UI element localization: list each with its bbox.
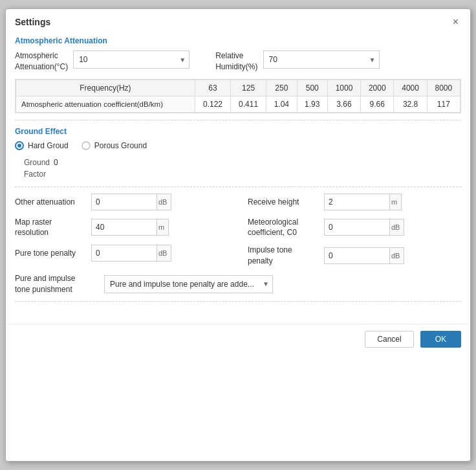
divider-1 (15, 120, 461, 120)
ground-factor-container: Ground Factor 0 (24, 157, 461, 180)
other-attenuation-label: Other attenuation (15, 197, 86, 207)
porous-ground-radio[interactable] (81, 141, 91, 150)
receive-height-unit: m (389, 194, 401, 210)
table-cell-2000: 9.66 (361, 96, 394, 112)
row-1: Other attenuation dB Receive height m (15, 194, 461, 210)
other-attenuation-unit: dB (157, 194, 171, 210)
humidity-select[interactable]: 70 (263, 50, 380, 69)
receive-height-input[interactable] (325, 194, 389, 210)
ground-label: Ground (24, 157, 50, 168)
map-raster-input-wrapper: m (91, 219, 169, 236)
receive-height-field: Receive height m (248, 194, 461, 210)
humidity-select-wrapper: 70 ▼ (263, 50, 380, 69)
receive-height-input-wrapper: m (324, 194, 402, 210)
hard-ground-radio-item[interactable]: Hard Groud (15, 141, 69, 150)
porous-ground-radio-item[interactable]: Porous Ground (81, 141, 147, 150)
atm-label: Atmospheric Attenuation(°C) (15, 50, 68, 73)
table-header-4000: 4000 (394, 80, 427, 96)
receive-height-label: Receive height (248, 197, 319, 207)
divider-3 (15, 301, 461, 302)
row-4: Pure and impulse tone punishment Pure an… (15, 273, 461, 295)
table-header-125: 125 (231, 80, 266, 96)
table-cell-4000: 32.8 (394, 96, 427, 112)
atm-select-wrapper: 10 ▼ (73, 50, 189, 69)
pure-tone-unit: dB (157, 245, 171, 261)
table-cell-250: 1.04 (266, 96, 297, 112)
other-attenuation-input-wrapper: dB (91, 194, 171, 210)
ok-button[interactable]: OK (420, 331, 461, 348)
pure-tone-label: Pure tone penalty (15, 249, 86, 258)
atmospheric-attenuation-title: Atmospheric Attenuation (15, 36, 461, 45)
meteorological-input[interactable] (325, 219, 389, 235)
impulse-tone-input-wrapper: dB (324, 247, 404, 264)
table-header-63: 63 (195, 80, 230, 96)
hard-ground-radio[interactable] (15, 141, 24, 150)
meteorological-field: Meteorological coefficient, C0 dB (248, 217, 461, 239)
atmospheric-select[interactable]: 10 (73, 50, 189, 69)
row-2: Map raster resolution m Meteorological c… (15, 217, 461, 239)
porous-ground-label: Porous Ground (94, 141, 147, 150)
meteorological-label: Meteorological coefficient, C0 (248, 217, 319, 239)
table-header-2000: 2000 (361, 80, 394, 96)
dialog-body: Atmospheric Attenuation Atmospheric Atte… (6, 36, 470, 317)
ground-effect-section: Ground Effect Hard Groud Porous Ground G… (15, 127, 461, 180)
map-raster-field: Map raster resolution m (15, 217, 228, 239)
cancel-button[interactable]: Cancel (365, 331, 413, 348)
table-header-500: 500 (297, 80, 327, 96)
table-header-freq: Frequency(Hz) (16, 80, 195, 96)
ground-effect-title: Ground Effect (15, 127, 461, 136)
radio-row: Hard Groud Porous Ground (15, 141, 461, 150)
other-fields-section: Other attenuation dB Receive height m (15, 194, 461, 295)
dialog-title: Settings (15, 17, 50, 27)
divider-2 (15, 186, 461, 187)
ground-factor-labels: Ground Factor (24, 157, 50, 180)
pure-impulse-select-wrapper: Pure and impulse tone penalty are adde..… (104, 275, 273, 293)
impulse-tone-field: Impulse tone penalty dB (248, 245, 461, 267)
meteorological-unit: dB (389, 219, 404, 235)
table-cell-1000: 3.66 (327, 96, 360, 112)
map-raster-label: Map raster resolution (15, 217, 86, 239)
table-row-label: Atmospheric attenuation coefficient(dB/k… (16, 96, 195, 112)
dialog-header: Settings × (6, 9, 470, 34)
map-raster-unit: m (157, 219, 168, 235)
table-header-1000: 1000 (327, 80, 360, 96)
factor-label: Factor (24, 168, 50, 180)
settings-dialog: Settings × Atmospheric Attenuation Atmos… (5, 8, 471, 462)
impulse-tone-input[interactable] (325, 248, 389, 263)
atm-group: Atmospheric Attenuation(°C) 10 ▼ (15, 50, 189, 73)
ground-factor-value: 0 (54, 158, 58, 180)
table-cell-63: 0.122 (195, 96, 230, 112)
pure-tone-input[interactable] (92, 245, 157, 261)
hard-ground-label: Hard Groud (28, 141, 69, 150)
table-cell-125: 0.411 (231, 96, 266, 112)
humidity-label: Relative Humidity(%) (215, 50, 257, 73)
pure-tone-input-wrapper: dB (91, 245, 171, 262)
impulse-tone-unit: dB (389, 248, 404, 263)
map-raster-input[interactable] (92, 219, 157, 235)
table-cell-500: 1.93 (297, 96, 327, 112)
meteorological-input-wrapper: dB (324, 219, 404, 236)
other-attenuation-input[interactable] (92, 194, 157, 210)
table-header-8000: 8000 (427, 80, 460, 96)
close-button[interactable]: × (450, 16, 461, 28)
table-row: Atmospheric attenuation coefficient(dB/k… (16, 96, 460, 112)
table-cell-8000: 117 (427, 96, 460, 112)
dialog-footer: Cancel OK (6, 324, 470, 354)
frequency-table: Frequency(Hz) 63 125 250 500 1000 2000 4… (16, 80, 460, 113)
humidity-group: Relative Humidity(%) 70 ▼ (215, 50, 379, 73)
table-header-250: 250 (266, 80, 297, 96)
other-attenuation-field: Other attenuation dB (15, 194, 228, 210)
pure-tone-field: Pure tone penalty dB (15, 245, 228, 262)
row-3: Pure tone penalty dB Impulse tone penalt… (15, 245, 461, 267)
impulse-tone-label: Impulse tone penalty (248, 245, 319, 267)
atmospheric-row: Atmospheric Attenuation(°C) 10 ▼ Relativ… (15, 50, 461, 73)
pure-impulse-label: Pure and impulse tone punishment (15, 273, 99, 295)
pure-impulse-select[interactable]: Pure and impulse tone penalty are adde..… (104, 275, 273, 293)
frequency-table-container: Frequency(Hz) 63 125 250 500 1000 2000 4… (15, 79, 461, 113)
